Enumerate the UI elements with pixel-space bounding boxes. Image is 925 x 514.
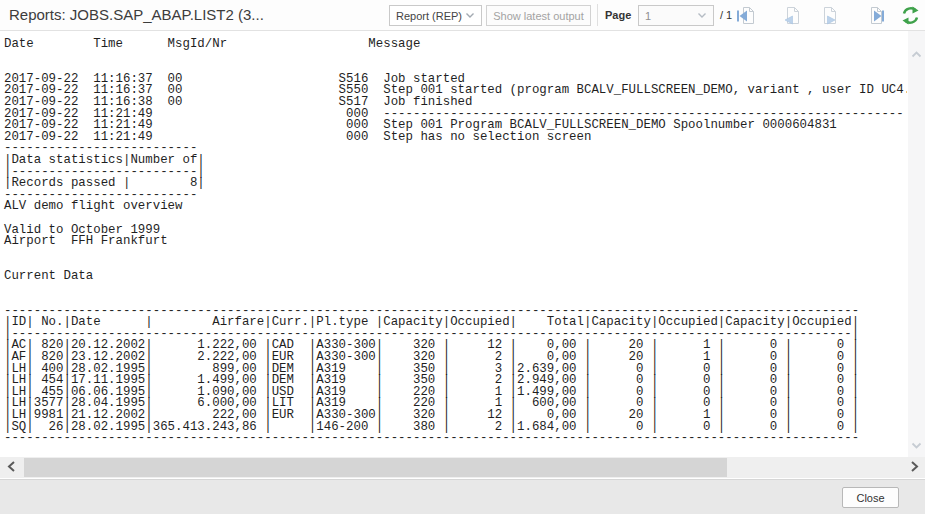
horizontal-scrollbar-thumb[interactable]: [24, 458, 727, 477]
footer-bar: Close: [0, 479, 925, 514]
last-page-button[interactable]: [864, 4, 887, 27]
vertical-scrollbar[interactable]: [908, 31, 925, 457]
titlebar: Reports: JOBS.SAP_ABAP.LIST2 (3... Repor…: [0, 0, 925, 31]
page-dropdown[interactable]: 1: [638, 5, 714, 26]
refresh-icon: [899, 4, 922, 27]
report-output-text: Date Time MsgId/Nr Message 2017-09-22 11…: [4, 39, 907, 445]
chevron-down-icon: [465, 12, 475, 19]
first-page-button[interactable]: [734, 4, 757, 27]
report-type-value: Report (REP): [396, 10, 465, 22]
last-page-icon: [864, 4, 887, 27]
page-value: 1: [645, 10, 697, 22]
scroll-right-icon: [910, 461, 919, 472]
chevron-down-icon: [697, 12, 707, 19]
first-page-icon: [734, 4, 757, 27]
toolbar-divider: [597, 4, 598, 26]
report-type-dropdown[interactable]: Report (REP): [389, 5, 482, 26]
scroll-right-button[interactable]: [903, 457, 925, 478]
show-latest-output-button[interactable]: Show latest output: [486, 5, 591, 26]
page-title: Reports: JOBS.SAP_ABAP.LIST2 (3...: [9, 6, 381, 23]
report-viewer-window: Reports: JOBS.SAP_ABAP.LIST2 (3... Repor…: [0, 0, 925, 514]
next-page-button[interactable]: [818, 4, 841, 27]
next-page-icon: [818, 4, 841, 27]
refresh-button[interactable]: [899, 4, 922, 27]
scroll-left-icon: [7, 461, 16, 472]
page-label: Page: [605, 9, 631, 21]
scroll-down-icon[interactable]: [911, 442, 922, 449]
previous-page-icon: [781, 4, 804, 27]
page-total-label: / 1: [720, 9, 732, 21]
scroll-left-button[interactable]: [0, 457, 22, 478]
previous-page-button[interactable]: [781, 4, 804, 27]
horizontal-scrollbar[interactable]: [0, 457, 925, 478]
close-button[interactable]: Close: [842, 487, 899, 508]
scroll-up-icon[interactable]: [911, 51, 922, 58]
report-output-area: Date Time MsgId/Nr Message 2017-09-22 11…: [0, 31, 907, 457]
